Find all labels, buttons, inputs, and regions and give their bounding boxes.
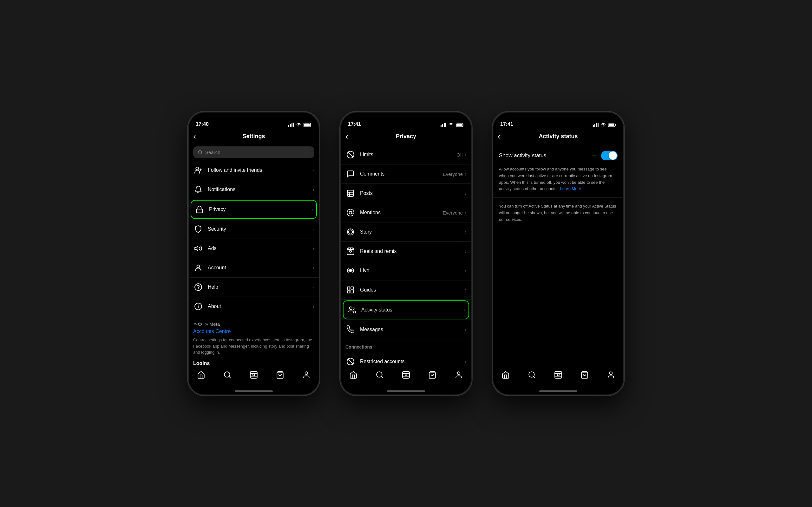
svg-rect-31	[456, 124, 462, 126]
status-bar-2: 17:41	[340, 112, 472, 129]
profile-tab-1[interactable]	[300, 369, 313, 381]
privacy-item-reels[interactable]: Reels and remix ›	[340, 242, 472, 261]
privacy-item-messages[interactable]: Messages ›	[340, 320, 472, 339]
status-icons-3	[593, 123, 616, 127]
search-bar-1[interactable]: Search	[193, 147, 314, 158]
megaphone-icon	[193, 243, 203, 253]
svg-rect-34	[347, 190, 354, 196]
svg-rect-1	[290, 124, 291, 127]
wifi-icon-2	[448, 123, 454, 127]
comments-value: Everyone	[443, 171, 463, 177]
home-tab-2[interactable]	[347, 369, 360, 381]
posts-icon	[345, 188, 356, 199]
guides-label: Guides	[360, 287, 463, 293]
reels-tab-2[interactable]	[400, 369, 412, 381]
back-button-2[interactable]: ‹	[345, 131, 358, 141]
meta-icon	[193, 322, 203, 327]
svg-point-7	[196, 167, 199, 170]
chevron-icon: ›	[465, 152, 467, 158]
restricted-label: Restricted accounts	[360, 359, 465, 364]
meta-text: ∞ Meta	[205, 321, 220, 327]
privacy-item-story[interactable]: Story ›	[340, 222, 472, 242]
chevron-icon: ›	[312, 186, 314, 193]
settings-item-security[interactable]: Security ›	[188, 220, 319, 239]
search-icon-1	[198, 150, 203, 155]
nav-bar-3: ‹ Activity status	[493, 129, 624, 145]
activity-desc-1: Allow accounts you follow and anyone you…	[493, 166, 624, 198]
settings-item-privacy[interactable]: Privacy ›	[191, 200, 317, 219]
profile-tab-3[interactable]	[605, 369, 617, 381]
svg-rect-28	[444, 123, 445, 127]
search-tab-3[interactable]	[525, 369, 538, 381]
privacy-item-comments[interactable]: Comments Everyone ›	[340, 164, 472, 184]
shop-tab-3[interactable]	[578, 369, 591, 381]
status-time-3: 17:41	[500, 121, 513, 127]
help-icon	[193, 282, 203, 292]
svg-rect-69	[596, 123, 597, 127]
search-placeholder-1: Search	[205, 150, 220, 155]
settings-item-ads[interactable]: Ads ›	[188, 239, 319, 258]
restricted-icon	[345, 356, 356, 365]
profile-tab-2[interactable]	[452, 369, 465, 381]
chevron-icon: ›	[465, 210, 467, 216]
reels-tab-3[interactable]	[552, 369, 565, 381]
shop-tab-2[interactable]	[426, 369, 439, 381]
privacy-item-activity[interactable]: Activity status ›	[343, 300, 469, 320]
follow-label: Follow and invite friends	[208, 167, 312, 173]
svg-point-40	[349, 230, 353, 234]
meta-footer: ∞ Meta Accounts Centre Control settings …	[188, 316, 319, 365]
learn-more-link[interactable]: Learn More	[560, 186, 581, 191]
privacy-item-live[interactable]: Live ›	[340, 261, 472, 280]
privacy-item-limits[interactable]: Limits Off ›	[340, 145, 472, 164]
svg-rect-51	[351, 290, 354, 293]
svg-point-66	[457, 372, 460, 375]
reels-icon	[345, 246, 356, 257]
reels-tab-1[interactable]	[247, 369, 260, 381]
chevron-icon: ›	[463, 307, 465, 314]
reels-label: Reels and remix	[360, 248, 463, 254]
svg-rect-29	[445, 123, 446, 127]
battery-icon	[304, 123, 312, 127]
chevron-icon: ›	[465, 326, 467, 333]
ads-label: Ads	[208, 245, 312, 251]
mentions-label: Mentions	[360, 210, 443, 216]
home-tab-3[interactable]	[499, 369, 512, 381]
privacy-item-restricted[interactable]: Restricted accounts ›	[340, 352, 472, 365]
settings-item-account[interactable]: Account ›	[188, 258, 319, 278]
nav-bar-2: ‹ Privacy	[340, 129, 472, 145]
shield-icon	[193, 224, 203, 234]
settings-item-follow[interactable]: Follow and invite friends ›	[188, 161, 319, 180]
help-label: Help	[208, 284, 312, 290]
limits-value: Off	[456, 152, 463, 158]
svg-rect-70	[598, 123, 599, 127]
privacy-item-posts[interactable]: Posts ›	[340, 184, 472, 203]
chevron-icon: ›	[312, 303, 314, 310]
chevron-icon: ›	[311, 206, 313, 213]
live-icon	[345, 266, 356, 276]
shop-tab-1[interactable]	[274, 369, 287, 381]
privacy-list: Limits Off › Comments Everyone › Posts	[340, 145, 472, 365]
status-bar-1: 17:40	[188, 112, 319, 129]
search-tab-1[interactable]	[221, 369, 234, 381]
privacy-item-mentions[interactable]: Mentions Everyone ›	[340, 203, 472, 222]
back-button-3[interactable]: ‹	[498, 131, 510, 141]
home-tab-1[interactable]	[195, 369, 207, 381]
search-tab-2[interactable]	[373, 369, 386, 381]
accounts-centre-link[interactable]: Accounts Centre	[193, 329, 314, 334]
chevron-icon: ›	[312, 167, 314, 174]
settings-item-about[interactable]: About ›	[188, 297, 319, 316]
home-indicator-1	[188, 387, 319, 395]
toggle-switch[interactable]	[601, 151, 618, 160]
security-label: Security	[208, 226, 312, 232]
back-button-1[interactable]: ‹	[193, 131, 206, 141]
settings-list: Follow and invite friends › Notification…	[188, 161, 319, 365]
privacy-item-guides[interactable]: Guides ›	[340, 280, 472, 300]
toggle-row[interactable]: Show activity status →	[493, 145, 624, 166]
notifications-label: Notifications	[208, 187, 312, 192]
svg-rect-5	[304, 124, 310, 126]
svg-point-42	[350, 250, 352, 252]
phone-settings: 17:40 ‹ Settings Search Follow and	[187, 111, 320, 396]
chevron-icon: ›	[465, 171, 467, 177]
settings-item-notifications[interactable]: Notifications ›	[188, 180, 319, 199]
settings-item-help[interactable]: Help ›	[188, 278, 319, 297]
